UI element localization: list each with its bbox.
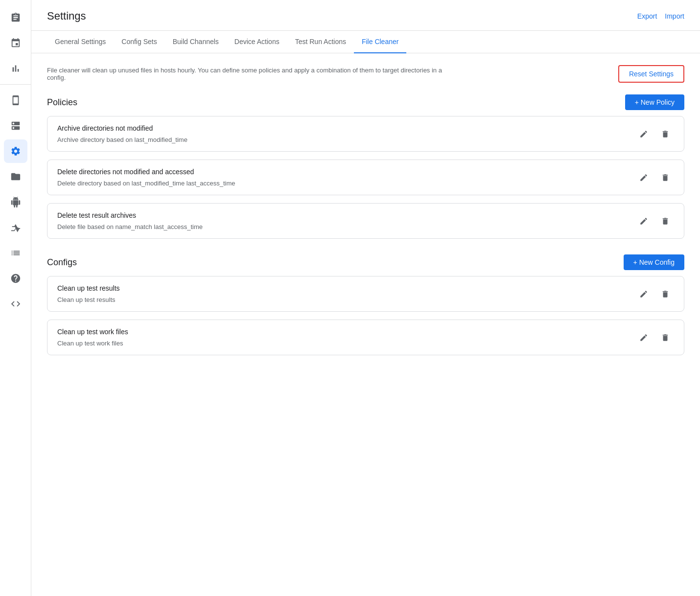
new-policy-button[interactable]: + New Policy (625, 94, 684, 110)
main-content: Settings Export Import General Settings … (31, 0, 700, 596)
config-edit-button-1[interactable] (635, 329, 653, 346)
policy-card-actions-1 (635, 168, 674, 186)
sidebar-item-help[interactable] (4, 267, 27, 290)
reset-settings-button[interactable]: Reset Settings (618, 65, 684, 83)
config-card-content-0: Clean up test results Clean up test resu… (47, 276, 684, 311)
policy-card-title-0: Archive directories not modified (57, 124, 635, 132)
policy-delete-button-1[interactable] (656, 169, 674, 186)
page-header: Settings Export Import (31, 0, 700, 31)
sidebar-item-device[interactable] (4, 89, 27, 112)
description-bar: File cleaner will clean up unused files … (47, 65, 684, 83)
policy-card-text-0: Archive directories not modified Archive… (57, 124, 635, 143)
policy-card-1: Delete directories not modified and acce… (47, 160, 684, 195)
config-card-text-1: Clean up test work files Clean up test w… (57, 328, 635, 347)
policy-card-title-2: Delete test result archives (57, 211, 635, 219)
policy-card-subtitle-2: Delete file based on name_match last_acc… (57, 223, 635, 230)
configs-title: Configs (47, 257, 77, 268)
sidebar-item-code[interactable] (4, 292, 27, 316)
description-text: File cleaner will clean up unused files … (47, 67, 448, 81)
policy-card-0: Archive directories not modified Archive… (47, 116, 684, 152)
policy-card-text-2: Delete test result archives Delete file … (57, 211, 635, 230)
config-card-actions-1 (635, 328, 674, 346)
policy-card-subtitle-1: Delete directory based on last_modified_… (57, 180, 635, 187)
page-title: Settings (47, 10, 86, 23)
sidebar (0, 0, 31, 596)
content-area: File cleaner will clean up unused files … (31, 53, 700, 596)
policy-card-2: Delete test result archives Delete file … (47, 203, 684, 239)
sidebar-item-folder[interactable] (4, 165, 27, 188)
import-link[interactable]: Import (665, 12, 684, 20)
policy-card-content-1: Delete directories not modified and acce… (47, 160, 684, 195)
policy-card-content-0: Archive directories not modified Archive… (47, 116, 684, 151)
config-card-subtitle-1: Clean up test work files (57, 340, 635, 347)
sidebar-item-calendar[interactable] (4, 31, 27, 55)
policy-card-actions-0 (635, 124, 674, 143)
tab-build-channels[interactable]: Build Channels (165, 31, 227, 53)
policies-title: Policies (47, 97, 77, 108)
policies-section-header: Policies + New Policy (47, 94, 684, 110)
policy-delete-button-0[interactable] (656, 125, 674, 143)
policy-card-text-1: Delete directories not modified and acce… (57, 168, 635, 187)
config-card-text-0: Clean up test results Clean up test resu… (57, 284, 635, 303)
policy-card-content-2: Delete test result archives Delete file … (47, 204, 684, 238)
config-delete-button-1[interactable] (656, 329, 674, 346)
sidebar-item-clipboard[interactable] (4, 6, 27, 29)
config-card-actions-0 (635, 284, 674, 303)
policy-edit-button-1[interactable] (635, 169, 653, 186)
header-actions: Export Import (637, 12, 684, 20)
tab-test-run-actions[interactable]: Test Run Actions (287, 31, 354, 53)
tab-device-actions[interactable]: Device Actions (227, 31, 287, 53)
tab-general-settings[interactable]: General Settings (47, 31, 114, 53)
policies-section: Policies + New Policy Archive directorie… (47, 94, 684, 239)
config-card-1: Clean up test work files Clean up test w… (47, 320, 684, 355)
policy-card-actions-2 (635, 211, 674, 230)
sidebar-item-pulse[interactable] (4, 216, 27, 239)
configs-section: Configs + New Config Clean up test resul… (47, 254, 684, 355)
config-card-title-0: Clean up test results (57, 284, 635, 292)
config-card-content-1: Clean up test work files Clean up test w… (47, 320, 684, 355)
sidebar-item-android[interactable] (4, 190, 27, 214)
new-config-button[interactable]: + New Config (624, 254, 684, 270)
sidebar-item-settings[interactable] (4, 139, 27, 163)
policy-edit-button-2[interactable] (635, 212, 653, 230)
tab-bar: General Settings Config Sets Build Chann… (31, 31, 700, 53)
config-card-title-1: Clean up test work files (57, 328, 635, 336)
policy-card-subtitle-0: Archive directory based on last_modified… (57, 136, 635, 143)
export-link[interactable]: Export (637, 12, 657, 20)
config-card-0: Clean up test results Clean up test resu… (47, 276, 684, 312)
configs-section-header: Configs + New Config (47, 254, 684, 270)
sidebar-item-chart[interactable] (4, 57, 27, 80)
config-card-subtitle-0: Clean up test results (57, 296, 635, 303)
sidebar-item-servers[interactable] (4, 114, 27, 138)
config-delete-button-0[interactable] (656, 285, 674, 303)
policy-card-title-1: Delete directories not modified and acce… (57, 168, 635, 176)
tab-file-cleaner[interactable]: File Cleaner (354, 31, 406, 53)
sidebar-divider (0, 84, 31, 85)
policy-edit-button-0[interactable] (635, 125, 653, 143)
policy-delete-button-2[interactable] (656, 212, 674, 230)
sidebar-item-list[interactable] (4, 241, 27, 265)
tab-config-sets[interactable]: Config Sets (114, 31, 164, 53)
config-edit-button-0[interactable] (635, 285, 653, 303)
